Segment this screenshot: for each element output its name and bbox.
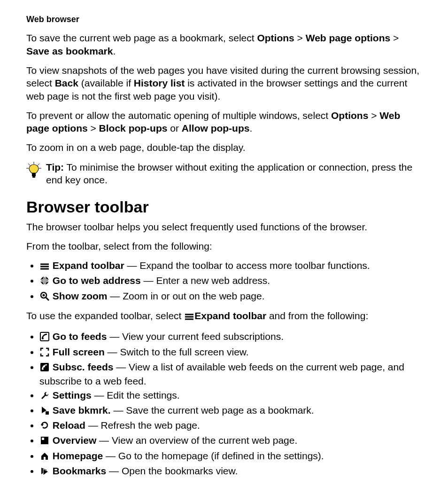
list-item: Expand toolbar — Expand the toolbar to a…: [39, 259, 425, 273]
tip-body: To minimise the browser without exiting …: [46, 162, 412, 185]
svg-point-16: [43, 294, 45, 296]
paragraph-save-bookmark: To save the current web page as a bookma…: [26, 31, 425, 57]
item-label: Show zoom: [53, 291, 108, 301]
sep: >: [294, 32, 306, 43]
paragraph-toolbar-intro: The browser toolbar helps you select fre…: [26, 220, 425, 233]
item-label: Save bkmrk.: [53, 405, 111, 416]
tip-text: Tip: To minimise the browser without exi…: [46, 161, 425, 187]
text: .: [249, 123, 252, 134]
text: To save the current web page as a bookma…: [26, 32, 257, 43]
item-desc: — Switch to the full screen view.: [105, 346, 249, 357]
list-item: Full screen — Switch to the full screen …: [39, 346, 425, 360]
list-item: Reload — Refresh the web page.: [39, 419, 425, 433]
svg-line-17: [46, 298, 49, 300]
item-desc: — Edit the settings.: [92, 390, 180, 401]
list-item: Go to web address — Enter a new web addr…: [39, 274, 425, 288]
item-desc: — Refresh the web page.: [85, 420, 200, 431]
item-label: Settings: [53, 390, 92, 401]
paragraph-popups: To prevent or allow the automatic openin…: [26, 109, 425, 135]
homepage-icon: [39, 451, 50, 463]
svg-point-24: [42, 368, 44, 370]
menu-web-page-options: Web page options: [306, 32, 390, 43]
menu-save-as-bookmark: Save as bookmark: [26, 46, 113, 56]
item-label: Go to web address: [53, 275, 141, 286]
item-desc: — View your current feed subscriptions.: [107, 331, 284, 342]
menu-block-popups: Block pop-ups: [99, 123, 168, 134]
menu-options: Options: [331, 110, 368, 121]
bookmarks-icon: [39, 466, 50, 479]
item-label: Expand toolbar: [53, 260, 124, 271]
setting-history-list: History list: [134, 78, 185, 88]
menu-options: Options: [257, 32, 294, 43]
list-item: Bookmarks — Open the bookmarks view.: [39, 464, 425, 479]
item-label: Subsc. feeds: [53, 361, 114, 372]
item-desc: — Open the bookmarks view.: [106, 465, 238, 476]
sep: >: [368, 110, 379, 121]
svg-point-22: [42, 338, 44, 339]
item-label: Bookmarks: [53, 465, 106, 476]
go-to-feeds-icon: [39, 331, 50, 344]
paragraph-snapshots: To view snapshots of the web pages you h…: [26, 64, 425, 102]
list-item: Settings — Edit the settings.: [39, 389, 425, 403]
tip-label: Tip:: [46, 162, 64, 173]
item-desc: — Enter a new web address.: [141, 275, 270, 286]
list-item: Go to feeds — View your current feed sub…: [39, 330, 425, 344]
text: .: [113, 46, 116, 56]
list-item: Overview — View an overview of the curre…: [39, 434, 425, 448]
svg-rect-21: [40, 332, 49, 341]
item-desc: — Go to the homepage (if defined in the …: [103, 450, 324, 461]
expand-toolbar-icon: [39, 260, 50, 273]
item-label: Homepage: [53, 450, 103, 461]
item-label: Full screen: [53, 346, 105, 357]
sep: >: [390, 32, 399, 43]
menu-back: Back: [55, 78, 78, 88]
toolbar-list-basic: Expand toolbar — Expand the toolbar to a…: [26, 259, 425, 304]
magnifier-icon: [39, 291, 50, 304]
list-item: Homepage — Go to the homepage (if define…: [39, 449, 425, 463]
svg-line-1: [28, 164, 30, 165]
list-item: Save bkmrk. — Save the current web page …: [39, 404, 425, 418]
expand-toolbar-label: Expand toolbar: [194, 310, 266, 321]
text: (available if: [78, 78, 134, 88]
overview-icon: [39, 435, 50, 448]
paragraph-toolbar-select: From the toolbar, select from the follow…: [26, 240, 425, 252]
svg-rect-28: [44, 457, 46, 460]
text: To prevent or allow the automatic openin…: [26, 110, 331, 121]
item-label: Go to feeds: [53, 331, 107, 342]
svg-line-2: [38, 164, 39, 165]
list-item: Show zoom — Zoom in or out on the web pa…: [39, 290, 425, 304]
tip-block: Tip: To minimise the browser without exi…: [26, 161, 425, 187]
paragraph-zoom: To zoom in on a web page, double-tap the…: [26, 141, 425, 154]
sep: >: [88, 123, 99, 134]
item-desc: — View an overview of the current web pa…: [96, 435, 297, 446]
text: and from the following:: [266, 310, 368, 321]
section-title-browser-toolbar: Browser toolbar: [26, 196, 425, 217]
svg-rect-25: [46, 411, 49, 415]
full-screen-icon: [39, 347, 50, 360]
save-bookmark-icon: [39, 405, 50, 418]
page-header: Web browser: [26, 14, 425, 25]
item-label: Reload: [53, 420, 85, 431]
subscribe-feeds-icon: [39, 362, 50, 375]
svg-rect-5: [32, 173, 36, 176]
item-label: Overview: [53, 435, 96, 446]
lightbulb-icon: [26, 162, 41, 181]
reload-icon: [39, 420, 50, 433]
text: or: [167, 123, 181, 134]
list-item: Subsc. feeds — View a list of available …: [39, 361, 425, 388]
globe-icon: [39, 275, 50, 288]
svg-rect-6: [32, 176, 35, 178]
text: To use the expanded toolbar, select: [26, 310, 184, 321]
toolbar-list-expanded: Go to feeds — View your current feed sub…: [26, 330, 425, 479]
item-desc: — Expand the toolbar to access more tool…: [124, 260, 370, 271]
item-desc: — Zoom in or out on the web page.: [108, 291, 265, 301]
expand-toolbar-icon: [184, 311, 194, 323]
paragraph-expanded-toolbar: To use the expanded toolbar, select Expa…: [26, 309, 425, 323]
svg-rect-27: [42, 438, 44, 440]
settings-wrench-icon: [39, 390, 50, 403]
menu-allow-popups: Allow pop-ups: [182, 123, 250, 134]
item-desc: — Save the current web page as a bookmar…: [111, 405, 314, 416]
